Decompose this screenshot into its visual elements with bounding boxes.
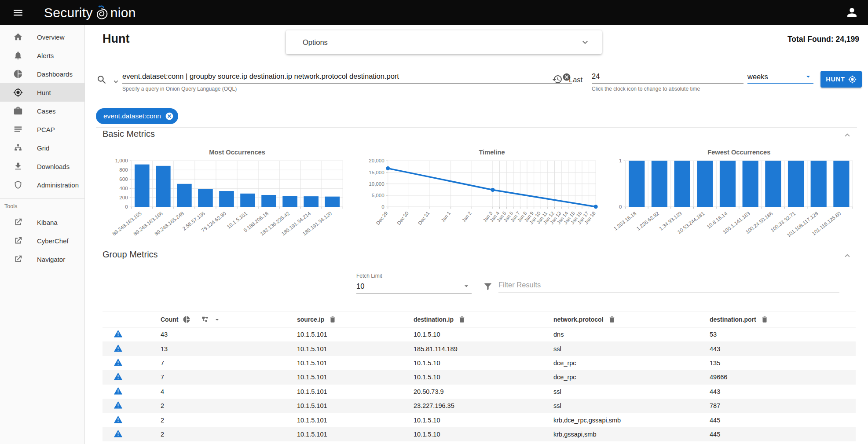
app-bar: Security nion xyxy=(0,0,868,25)
destination-ip-cell[interactable]: 10.1.5.10 xyxy=(414,360,553,367)
table-row[interactable]: 210.1.5.10123.227.196.35ssl787 xyxy=(103,399,856,413)
destination-port-header-label[interactable]: destination.port xyxy=(710,316,756,323)
count-cell[interactable]: 2 xyxy=(161,402,297,409)
sidebar-item-grid[interactable]: Grid xyxy=(0,139,84,157)
destination-ip-cell[interactable]: 23.227.196.35 xyxy=(414,402,553,409)
destination-ip-cell[interactable]: 10.1.5.10 xyxy=(414,417,553,424)
row-actions-warning-icon[interactable] xyxy=(114,329,123,338)
count-cell[interactable]: 2 xyxy=(161,431,297,438)
table-row[interactable]: 4310.1.5.10110.1.5.10dns53 xyxy=(103,327,856,341)
destination-port-cell[interactable]: 445 xyxy=(710,431,856,438)
network-protocol-header-label[interactable]: network.protocol xyxy=(553,316,604,323)
destination-ip-cell[interactable]: 20.50.73.9 xyxy=(414,388,553,395)
destination-ip-cell[interactable]: 10.1.5.10 xyxy=(414,431,553,438)
row-actions-warning-icon[interactable] xyxy=(114,372,123,381)
count-cell[interactable]: 4 xyxy=(161,388,297,395)
row-actions-warning-icon[interactable] xyxy=(114,386,123,396)
destination-port-cell[interactable]: 787 xyxy=(710,402,856,409)
filter-results-input[interactable] xyxy=(498,279,839,293)
sidebar-item-overview[interactable]: Overview xyxy=(0,28,84,46)
destination-port-cell[interactable]: 49666 xyxy=(710,374,856,381)
network-protocol-cell[interactable]: krb,dce_rpc,gssapi,smb xyxy=(553,417,710,424)
source-ip-header-label[interactable]: source.ip xyxy=(297,316,324,323)
table-row[interactable]: 410.1.5.10120.50.73.9ssl443 xyxy=(103,385,856,399)
query-input[interactable] xyxy=(122,70,572,84)
relative-time-icon[interactable] xyxy=(552,74,563,84)
sidebar-item-navigator[interactable]: Navigator xyxy=(0,250,84,268)
trash-icon[interactable] xyxy=(761,316,769,323)
filter-chip[interactable]: event.dataset:conn xyxy=(96,108,178,124)
row-actions-warning-icon[interactable] xyxy=(114,344,123,353)
destination-ip-cell[interactable]: 185.81.114.189 xyxy=(414,345,553,352)
count-cell[interactable]: 2 xyxy=(161,417,297,424)
sidebar-item-cases[interactable]: Cases xyxy=(0,102,84,120)
source-ip-cell[interactable]: 10.1.5.101 xyxy=(297,360,414,367)
destination-port-cell[interactable]: 443 xyxy=(710,388,856,395)
chevron-down-icon[interactable] xyxy=(580,37,590,48)
trash-icon[interactable] xyxy=(329,316,337,323)
sidebar-item-administration[interactable]: Administration xyxy=(0,176,84,194)
hunt-button[interactable]: HUNT xyxy=(820,71,862,88)
row-actions-warning-icon[interactable] xyxy=(114,358,123,367)
source-ip-cell[interactable]: 10.1.5.101 xyxy=(297,374,414,381)
sidebar-item-pcap[interactable]: PCAP xyxy=(0,120,84,139)
destination-port-cell[interactable]: 443 xyxy=(710,345,856,352)
count-cell[interactable]: 7 xyxy=(161,374,297,381)
pie-chart-icon[interactable] xyxy=(183,316,190,323)
caret-down-icon[interactable] xyxy=(213,316,221,323)
sidebar-item-dashboards[interactable]: Dashboards xyxy=(0,65,84,83)
table-row[interactable]: 210.1.5.10110.1.5.10krb,gssapi,smb445 xyxy=(103,427,856,441)
user-account-icon[interactable] xyxy=(846,7,857,18)
table-row[interactable]: 710.1.5.10110.1.5.10dce_rpc135 xyxy=(103,356,856,370)
total-found-label: Total Found: xyxy=(787,35,834,44)
network-protocol-cell[interactable]: dce_rpc xyxy=(553,374,710,381)
count-cell[interactable]: 13 xyxy=(161,345,297,352)
table-row[interactable]: 1310.1.5.101185.81.114.189ssl443 xyxy=(103,341,856,356)
source-ip-cell[interactable]: 10.1.5.101 xyxy=(297,402,414,409)
destination-ip-cell[interactable]: 10.1.5.10 xyxy=(414,374,553,381)
count-cell[interactable]: 7 xyxy=(161,360,297,367)
collapse-group-metrics-icon[interactable] xyxy=(842,251,852,261)
network-protocol-cell[interactable]: ssl xyxy=(553,402,710,409)
destination-port-cell[interactable]: 53 xyxy=(710,331,856,338)
duration-input[interactable] xyxy=(592,70,743,84)
fetch-limit-select[interactable]: 10 xyxy=(356,280,472,294)
remove-filter-icon[interactable] xyxy=(165,112,174,121)
sidebar-item-kibana[interactable]: Kibana xyxy=(0,213,84,231)
sidebar-item-downloads[interactable]: Downloads xyxy=(0,157,84,176)
column-header-source-ip: source.ip xyxy=(297,316,414,323)
destination-port-cell[interactable]: 445 xyxy=(710,417,856,424)
sidebar-item-hunt[interactable]: Hunt xyxy=(0,83,84,102)
row-actions-warning-icon[interactable] xyxy=(114,429,123,438)
source-ip-cell[interactable]: 10.1.5.101 xyxy=(297,331,414,338)
source-ip-cell[interactable]: 10.1.5.101 xyxy=(297,431,414,438)
groupby-icon[interactable] xyxy=(201,316,209,323)
network-protocol-cell[interactable]: ssl xyxy=(553,345,710,352)
menu-icon[interactable] xyxy=(12,7,24,18)
source-ip-cell[interactable]: 10.1.5.101 xyxy=(297,417,414,424)
query-history-caret-icon[interactable] xyxy=(112,77,120,86)
trash-icon[interactable] xyxy=(608,316,616,323)
row-actions-warning-icon[interactable] xyxy=(114,400,123,410)
network-protocol-cell[interactable]: dce_rpc xyxy=(553,360,710,367)
row-actions-warning-icon[interactable] xyxy=(114,415,123,424)
destination-ip-header-label[interactable]: destination.ip xyxy=(414,316,454,323)
source-ip-cell[interactable]: 10.1.5.101 xyxy=(297,388,414,395)
table-row[interactable]: 710.1.5.10110.1.5.10dce_rpc49666 xyxy=(103,370,856,384)
options-expander[interactable]: Options xyxy=(286,30,602,54)
table-row[interactable]: 210.1.5.10110.1.5.10krb,dce_rpc,gssapi,s… xyxy=(103,413,856,427)
destination-ip-cell[interactable]: 10.1.5.10 xyxy=(414,331,553,338)
search-icon[interactable] xyxy=(96,74,107,85)
sidebar-item-alerts[interactable]: Alerts xyxy=(0,46,84,65)
source-ip-cell[interactable]: 10.1.5.101 xyxy=(297,345,414,352)
time-units-select[interactable]: weeks xyxy=(747,70,813,84)
count-cell[interactable]: 43 xyxy=(161,331,297,338)
collapse-basic-metrics-icon[interactable] xyxy=(842,130,852,140)
destination-port-cell[interactable]: 135 xyxy=(710,360,856,367)
network-protocol-cell[interactable]: ssl xyxy=(553,388,710,395)
network-protocol-cell[interactable]: krb,gssapi,smb xyxy=(553,431,710,438)
trash-icon[interactable] xyxy=(458,316,466,323)
count-header-label[interactable]: Count xyxy=(161,316,178,323)
network-protocol-cell[interactable]: dns xyxy=(553,331,710,338)
sidebar-item-cyberchef[interactable]: CyberChef xyxy=(0,231,84,250)
